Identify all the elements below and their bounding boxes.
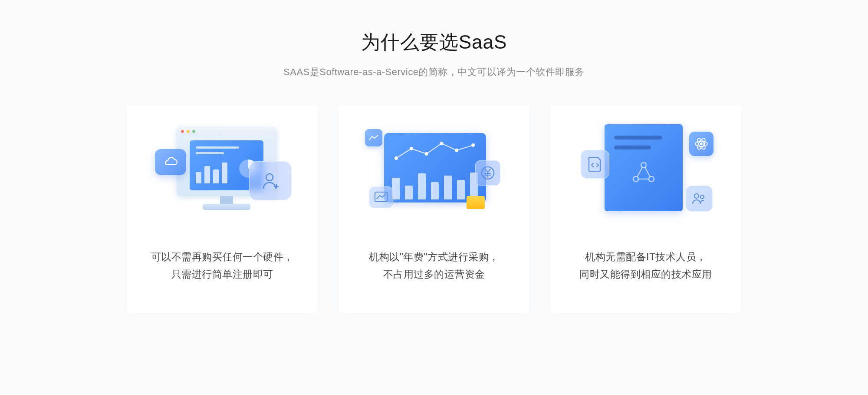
- feature-card-tech: 机构无需配备IT技术人员， 同时又能得到相应的技术应用: [550, 105, 741, 313]
- svg-point-7: [455, 149, 458, 152]
- svg-point-18: [694, 194, 699, 198]
- svg-point-5: [425, 152, 428, 156]
- svg-point-11: [641, 163, 646, 168]
- people-icon: [686, 186, 713, 212]
- feature-card-hardware: 可以不需再购买任何一个硬件， 只需进行简单注册即可: [127, 105, 318, 313]
- cloud-icon: [155, 149, 186, 175]
- card-text-line1: 机构以"年费"方式进行采购，: [369, 248, 499, 266]
- card-text-line2: 同时又能得到相应的技术应用: [579, 266, 712, 283]
- atom-icon: [689, 132, 713, 156]
- card-text-line2: 只需进行简单注册即可: [151, 266, 294, 283]
- svg-point-17: [700, 143, 703, 145]
- svg-point-6: [440, 142, 443, 145]
- card-text-line1: 机构无需配备IT技术人员，: [579, 248, 712, 266]
- card-description: 可以不需再购买任何一个硬件， 只需进行简单注册即可: [138, 248, 307, 283]
- coin-box-icon: [467, 196, 485, 209]
- chart-illustration: [339, 113, 529, 226]
- svg-point-13: [649, 176, 654, 182]
- trend-icon: [365, 129, 382, 146]
- card-description: 机构以"年费"方式进行采购， 不占用过多的运营资金: [356, 248, 512, 283]
- feature-cards: 可以不需再购买任何一个硬件， 只需进行简单注册即可: [127, 105, 741, 313]
- svg-point-0: [266, 174, 273, 181]
- document-illustration: [550, 113, 741, 226]
- section-title: 为什么要选SaaS: [283, 30, 585, 55]
- code-file-icon: [581, 150, 609, 179]
- card-text-line2: 不占用过多的运营资金: [369, 266, 499, 283]
- section-subtitle: SAAS是Software-as-a-Service的简称，中文可以译为一个软件…: [283, 66, 585, 79]
- card-description: 机构无需配备IT技术人员， 同时又能得到相应的技术应用: [566, 248, 725, 283]
- monitor-illustration: [127, 113, 318, 226]
- svg-point-12: [633, 176, 638, 182]
- add-user-icon: [249, 161, 292, 200]
- section-header: 为什么要选SaaS SAAS是Software-as-a-Service的简称，…: [283, 30, 585, 79]
- card-text-line1: 可以不需再购买任何一个硬件，: [151, 248, 294, 266]
- svg-point-19: [700, 195, 704, 199]
- chartline-icon: [369, 186, 393, 208]
- feature-card-payment: 机构以"年费"方式进行采购， 不占用过多的运营资金: [339, 105, 529, 313]
- svg-point-8: [471, 143, 475, 147]
- svg-point-4: [410, 147, 413, 150]
- yen-icon: [475, 160, 500, 186]
- svg-point-3: [395, 156, 398, 160]
